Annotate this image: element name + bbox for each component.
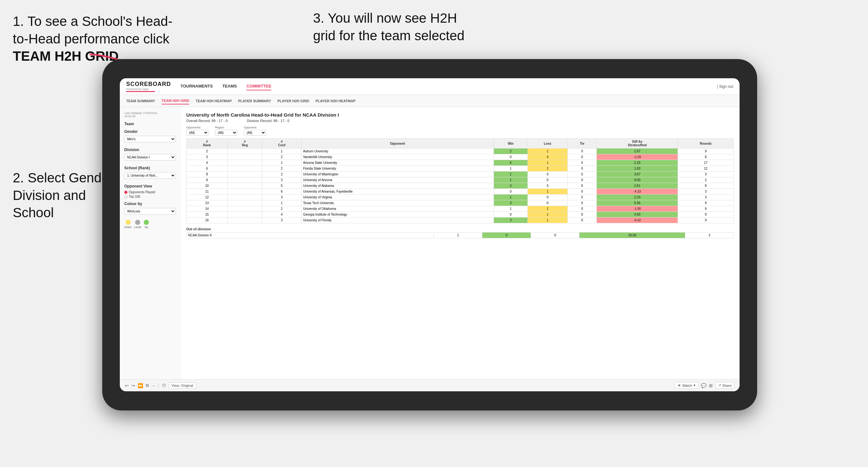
table-row: 41Arizona State University5102.2917 xyxy=(187,160,734,166)
table-row: 93University of Arizona1009.002 xyxy=(187,177,734,183)
colour-by-select[interactable]: Win/Loss xyxy=(124,208,176,215)
col-rounds: Rounds xyxy=(678,138,734,149)
out-of-division-row: NCAA Division II 1 0 0 26.00 3 xyxy=(187,232,734,238)
table-body: 21Auburn University2101.67932Vanderbilt … xyxy=(187,149,734,223)
table-header-row: #Rank #Reg #Conf Opponent Win Loss Tie D… xyxy=(187,138,734,149)
table-cell: University of Alabama xyxy=(301,183,494,189)
table-cell: 0 xyxy=(567,172,597,177)
separator1: | xyxy=(158,383,159,388)
table-cell: 9 xyxy=(678,212,734,218)
table-cell: 12 xyxy=(187,194,228,200)
filter-region-label: Region xyxy=(215,126,237,129)
table-row: 123University of Virginia1002.333 xyxy=(187,194,734,200)
share-btn[interactable]: ↗ Share xyxy=(715,382,735,389)
table-cell: -2.29 xyxy=(597,154,678,160)
filter-opponents: Opponents: (All) xyxy=(186,126,209,136)
table-cell: University of Arkansas, Fayetteville xyxy=(301,189,494,194)
main-content: Last Updated: 27/03/2024 16:55:38 Team G… xyxy=(120,107,740,379)
radio-top-100[interactable]: Top 100 xyxy=(124,195,176,198)
nav-teams[interactable]: TEAMS xyxy=(222,83,237,90)
tablet-device: SCOREBOARD Powered by clippi TOURNAMENTS… xyxy=(102,59,757,410)
sub-nav-team-h2h-heatmap[interactable]: TEAM H2H HEATMAP xyxy=(195,98,231,104)
out-of-division-table: NCAA Division II 1 0 0 26.00 3 xyxy=(186,232,734,238)
table-row: 32Vanderbilt University040-2.298 xyxy=(187,154,734,160)
nav-tournaments[interactable]: TOURNAMENTS xyxy=(181,83,213,90)
tablet-screen: SCOREBOARD Powered by clippi TOURNAMENTS… xyxy=(120,78,740,391)
radio-opponents-played[interactable]: Opponents Played xyxy=(124,190,176,194)
table-cell: University of Washington xyxy=(301,172,494,177)
filter-opponent: Opponent (All) xyxy=(244,126,266,136)
sub-nav: TEAM SUMMARY TEAM H2H GRID TEAM H2H HEAT… xyxy=(120,95,740,107)
table-cell: 1 xyxy=(494,166,528,172)
table-cell xyxy=(227,183,262,189)
table-cell: 3 xyxy=(678,194,734,200)
table-cell xyxy=(227,218,262,223)
table-cell xyxy=(227,200,262,206)
table-cell: 3 xyxy=(494,218,528,223)
nav-committee[interactable]: COMMITTEE xyxy=(246,83,271,90)
filter-region: Region (All) xyxy=(215,126,237,136)
opponents-filter-select[interactable]: (All) xyxy=(186,130,209,136)
table-cell: 3 xyxy=(187,154,228,160)
col-loss: Loss xyxy=(528,138,568,149)
table-cell: Georgia Institute of Technology xyxy=(301,212,494,218)
overall-record: Overall Record: 89 - 17 - 0 xyxy=(186,119,228,123)
division-select[interactable]: NCAA Division I xyxy=(124,154,176,161)
table-row: 116University of Arkansas, Fayetteville0… xyxy=(187,189,734,194)
table-cell: 0 xyxy=(494,212,528,218)
sub-nav-player-h2h-grid[interactable]: PLAYER H2H GRID xyxy=(277,98,309,104)
table-cell: 13 xyxy=(187,200,228,206)
sub-nav-team-h2h-grid[interactable]: TEAM H2H GRID xyxy=(162,97,189,104)
logo-text: SCOREBOARD xyxy=(126,81,171,88)
table-cell: 16 xyxy=(187,218,228,223)
table-cell: Vanderbilt University xyxy=(301,154,494,160)
table-cell: 0 xyxy=(567,189,597,194)
sub-nav-player-h2h-heatmap[interactable]: PLAYER H2H HEATMAP xyxy=(316,98,355,104)
watch-btn[interactable]: 👁 Watch ▾ xyxy=(675,382,699,389)
region-filter-select[interactable]: (All) xyxy=(215,130,237,136)
more-icon[interactable]: ··· xyxy=(151,383,155,388)
table-cell: 11 xyxy=(187,189,228,194)
grid-icon[interactable]: ⊞ xyxy=(709,383,713,388)
annotation-3: 3. You will now see H2H grid for the tea… xyxy=(313,9,505,44)
gender-select[interactable]: Men's xyxy=(124,136,176,143)
table-cell: 1.83 xyxy=(597,166,678,172)
table-cell: 2 xyxy=(187,149,228,154)
undo-icon[interactable]: ↩ xyxy=(125,383,129,388)
table-cell xyxy=(227,177,262,183)
radio-circle-selected xyxy=(124,191,127,194)
sub-nav-team-summary[interactable]: TEAM SUMMARY xyxy=(126,98,155,104)
filter-row: Opponents: (All) Region (All) Opponent xyxy=(186,126,734,136)
forward-icon[interactable]: ⏩ xyxy=(138,383,143,388)
table-cell: 8 xyxy=(678,183,734,189)
table-cell: 9 xyxy=(678,200,734,206)
school-select[interactable]: 1. University of Nort... xyxy=(124,172,176,179)
table-cell: 10 xyxy=(187,183,228,189)
sub-nav-player-summary[interactable]: PLAYER SUMMARY xyxy=(238,98,271,104)
table-cell: 0 xyxy=(528,177,568,183)
table-cell: 3 xyxy=(494,200,528,206)
sidebar: Last Updated: 27/03/2024 16:55:38 Team G… xyxy=(120,107,181,379)
sidebar-division-label: Division xyxy=(124,148,176,152)
clock-icon[interactable]: ⏱ xyxy=(162,383,166,388)
table-cell: 2.29 xyxy=(597,160,678,166)
col-diff: Diff AvStrokes/Rnd xyxy=(597,138,678,149)
legend-level-label: Level xyxy=(134,225,141,229)
radio-circle-unselected xyxy=(124,195,127,198)
view-original-btn[interactable]: View: Original xyxy=(169,382,196,389)
table-cell: 1 xyxy=(494,177,528,183)
sidebar-colour-by-label: Colour by xyxy=(124,201,176,206)
table-cell: 0 xyxy=(567,149,597,154)
legend-up-label: Up xyxy=(145,225,148,229)
table-cell: 0 xyxy=(528,200,568,206)
comment-icon[interactable]: 💬 xyxy=(701,383,706,388)
table-cell: 2 xyxy=(262,166,302,172)
sign-out-link[interactable]: | Sign out xyxy=(717,84,734,89)
table-cell: 0 xyxy=(567,160,597,166)
opponent-filter-select[interactable]: (All) xyxy=(244,130,266,136)
table-cell: 1 xyxy=(528,212,568,218)
redo-icon[interactable]: ↪ xyxy=(131,383,135,388)
table-cell: 2 xyxy=(262,172,302,177)
copy-icon[interactable]: ⧉ xyxy=(146,383,149,388)
table-cell: 9.00 xyxy=(597,177,678,183)
